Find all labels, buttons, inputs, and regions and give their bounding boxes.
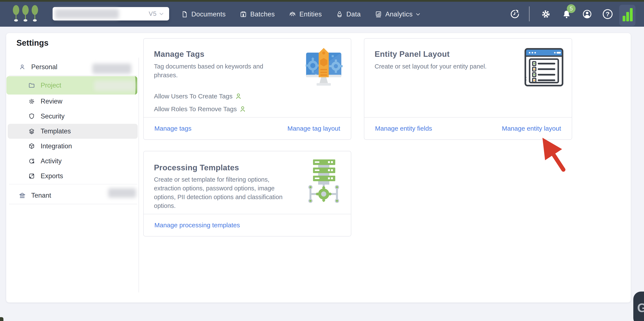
sidebar-item-security[interactable]: Security <box>8 109 138 124</box>
card-title: Entity Panel Layout <box>374 50 450 59</box>
chat-logo: G <box>637 301 644 315</box>
nav-data[interactable]: Data <box>336 10 361 18</box>
help-glyph: ? <box>606 10 610 18</box>
top-accent-strip <box>0 0 644 2</box>
card-footer: Manage entity fields Manage entity layou… <box>364 117 572 139</box>
manage-entity-fields-link[interactable]: Manage entity fields <box>375 125 432 132</box>
support-chat-widget[interactable]: G <box>633 292 644 321</box>
manage-tags-link[interactable]: Manage tags <box>154 125 191 132</box>
chevron-down-icon <box>159 12 164 15</box>
sidebar-item-label: Personal <box>31 63 57 71</box>
activity-chart-icon <box>28 158 35 164</box>
sidebar-item-label: Templates <box>40 127 71 135</box>
chart-bar <box>626 12 629 21</box>
logo-tree-icon <box>31 5 38 23</box>
page-title: Settings <box>16 38 48 48</box>
sidebar-item-templates-selected[interactable]: Templates <box>8 124 138 139</box>
bank-icon <box>19 192 26 199</box>
chevron-down-icon <box>416 13 420 15</box>
sidebar-item-activity[interactable]: Activity <box>8 154 138 168</box>
layers-icon <box>28 128 35 135</box>
notification-badge: 5 <box>567 4 576 13</box>
allow-roles-row: Allow Roles To Remove Tags <box>154 105 246 113</box>
header-divider <box>529 6 530 21</box>
app-root: V5 Documents Batches <box>0 0 644 321</box>
version-label: V5 <box>149 10 157 17</box>
divider <box>9 184 137 184</box>
entities-people-icon <box>289 11 296 18</box>
help-icon[interactable]: ? <box>603 9 612 19</box>
gear-icon <box>28 98 35 105</box>
sidebar-item-label: Integration <box>40 142 72 150</box>
history-icon[interactable] <box>510 9 520 19</box>
sidebar-item-label: Exports <box>40 172 63 180</box>
nav-label: Analytics <box>385 10 413 18</box>
green-person-icon[interactable] <box>234 92 242 100</box>
sidebar-divider <box>138 58 139 292</box>
nav-analytics[interactable]: Analytics <box>375 10 420 18</box>
export-icon <box>28 173 35 179</box>
nav-label: Entities <box>299 10 322 18</box>
package-box-icon <box>28 143 35 150</box>
green-person-icon[interactable] <box>239 105 246 113</box>
settings-gear-icon[interactable] <box>541 9 551 19</box>
divider <box>9 204 137 204</box>
nav-entities[interactable]: Entities <box>289 10 322 18</box>
logo-tree-icon <box>12 5 20 23</box>
batches-icon <box>240 11 247 18</box>
usage-chart-button[interactable] <box>619 5 636 26</box>
manage-entity-layout-link[interactable]: Manage entity layout <box>502 125 561 132</box>
redacted-tenant-name <box>108 188 136 198</box>
app-logo[interactable] <box>12 5 40 23</box>
manage-processing-templates-link[interactable]: Manage processing templates <box>154 222 240 229</box>
divider <box>9 75 137 76</box>
sidebar-item-label: Activity <box>40 157 62 165</box>
annotation-arrow <box>536 137 574 177</box>
chart-bar <box>622 16 626 21</box>
card-entity-panel-layout: Entity Panel Layout Create or set layout… <box>364 38 572 140</box>
corner-widget <box>0 317 4 321</box>
nav-batches[interactable]: Batches <box>240 10 275 18</box>
card-title: Processing Templates <box>154 163 239 172</box>
account-user-icon[interactable] <box>582 9 592 19</box>
manage-tags-illustration <box>303 46 345 89</box>
manage-tag-layout-link[interactable]: Manage tag layout <box>287 125 340 132</box>
redacted-project-name <box>55 9 119 19</box>
database-icon <box>336 11 343 18</box>
card-footer: Manage tags Manage tag layout <box>144 117 351 139</box>
nav-documents[interactable]: Documents <box>181 10 226 18</box>
folder-icon <box>28 82 35 89</box>
person-icon <box>19 64 26 70</box>
card-title: Manage Tags <box>154 50 204 59</box>
analytics-chart-icon <box>375 11 382 18</box>
card-footer: Manage processing templates <box>144 214 351 236</box>
sidebar-item-label: Tenant <box>31 192 51 199</box>
sidebar-item-label: Review <box>40 98 62 105</box>
shield-icon <box>28 113 35 120</box>
main-nav: Documents Batches Entities <box>181 2 420 27</box>
sidebar-item-label: Project <box>40 82 61 89</box>
entity-panel-illustration <box>524 48 564 87</box>
card-description: Create or set layout for your entity pan… <box>374 62 524 71</box>
sidebar-item-label: Security <box>40 113 64 120</box>
logo-tree-icon <box>22 5 29 23</box>
allow-roles-label: Allow Roles To Remove Tags <box>154 105 237 113</box>
sidebar-item-integration[interactable]: Integration <box>8 139 138 154</box>
card-manage-tags: Manage Tags Tag documents based on keywo… <box>143 38 351 140</box>
card-processing-templates: Processing Templates Create or set templ… <box>143 151 351 236</box>
redacted-user-name <box>92 64 131 74</box>
nav-label: Documents <box>191 10 226 18</box>
sidebar-item-exports[interactable]: Exports <box>8 168 138 183</box>
sidebar-item-review[interactable]: Review <box>8 94 138 109</box>
card-description: Create or set template for filtering opt… <box>154 175 295 210</box>
processing-templates-illustration <box>302 158 346 206</box>
card-description: Tag documents based on keywords and phra… <box>154 62 277 80</box>
document-icon <box>181 11 188 18</box>
nav-label: Data <box>346 10 361 18</box>
allow-users-row: Allow Users To Create Tags <box>154 92 242 100</box>
allow-users-label: Allow Users To Create Tags <box>154 93 232 100</box>
nav-label: Batches <box>250 10 275 18</box>
redacted-project-name <box>94 81 135 91</box>
notification-count: 5 <box>570 5 572 12</box>
chart-bar <box>630 8 633 21</box>
